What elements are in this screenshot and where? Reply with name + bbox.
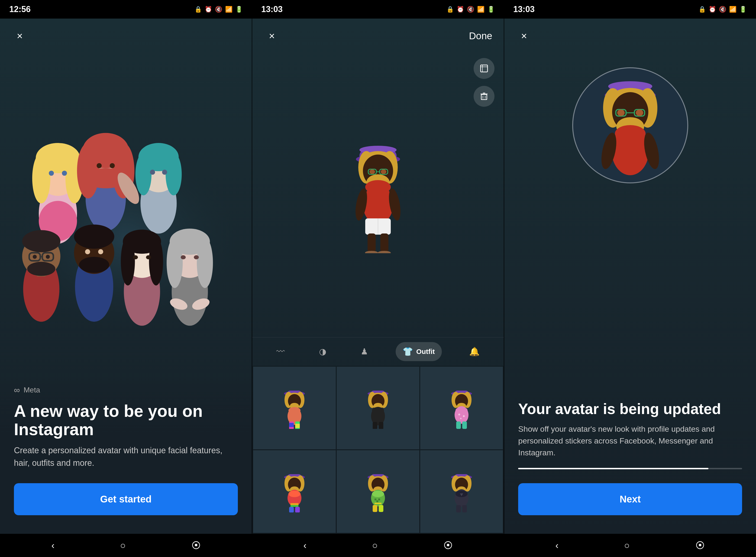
screen3-header: ×: [504, 19, 756, 53]
close-button-screen1[interactable]: ×: [11, 28, 28, 44]
svg-rect-155: [373, 505, 377, 512]
svg-point-41: [74, 225, 114, 249]
done-button[interactable]: Done: [469, 30, 492, 41]
svg-rect-116: [373, 422, 377, 429]
svg-point-7: [49, 171, 54, 176]
avatar-group-svg: [0, 53, 252, 374]
svg-rect-128: [462, 421, 467, 429]
svg-point-25: [166, 153, 182, 195]
screen-editor: × Done: [252, 19, 505, 534]
svg-point-74: [369, 169, 375, 174]
outfit-option-6[interactable]: [420, 450, 503, 533]
svg-point-60: [194, 255, 199, 259]
back-button-screen2[interactable]: ‹: [294, 536, 315, 555]
toolbar-tab-skin[interactable]: ◑: [312, 342, 333, 361]
screen-welcome: ×: [0, 19, 252, 534]
svg-rect-81: [380, 233, 388, 252]
close-button-screen2[interactable]: ×: [264, 28, 280, 44]
delete-icon-button[interactable]: [474, 86, 494, 107]
svg-point-5: [32, 153, 50, 203]
home-button-screen2[interactable]: ○: [363, 536, 387, 555]
svg-point-18: [110, 163, 115, 168]
screen1-bottom: ∞ Meta A new way to be you on Instagram …: [0, 374, 252, 534]
toolbar-tab-outfit[interactable]: 👕 Outfit: [396, 342, 442, 361]
recents-button-screen3[interactable]: ⦿: [686, 536, 714, 555]
alarm-icon2: ⏰: [457, 6, 464, 13]
svg-point-83: [378, 251, 391, 253]
back-button-screen1[interactable]: ‹: [42, 536, 64, 555]
toolbar-tab-face[interactable]: 〰: [269, 342, 292, 361]
svg-rect-143: [289, 507, 294, 512]
outfit-3-preview: [447, 387, 477, 429]
svg-point-17: [97, 163, 102, 168]
svg-rect-154: [374, 503, 382, 504]
outfit-option-4[interactable]: [253, 450, 336, 533]
svg-rect-106: [295, 424, 300, 428]
outfit-option-5[interactable]: [337, 450, 419, 533]
svg-point-52: [146, 255, 151, 259]
meta-label: Meta: [24, 386, 40, 394]
outfit-6-preview: [447, 471, 477, 512]
svg-point-26: [150, 170, 155, 175]
recents-button-screen2[interactable]: ⦿: [434, 536, 462, 555]
svg-point-37: [46, 255, 50, 259]
svg-rect-80: [368, 233, 376, 252]
svg-point-49: [121, 237, 135, 286]
home-button-screen3[interactable]: ○: [615, 536, 639, 555]
close-button-screen3[interactable]: ×: [516, 28, 532, 44]
svg-point-50: [149, 237, 163, 286]
time-screen3: 13:03: [513, 4, 535, 14]
svg-rect-159: [378, 499, 380, 500]
get-started-button[interactable]: Get started: [14, 483, 238, 515]
outfit-option-3[interactable]: [420, 367, 503, 449]
svg-point-51: [133, 255, 138, 259]
outfit-4-preview: [279, 471, 309, 512]
screen2-action-icons: [474, 58, 494, 107]
battery-icon2: 🔋: [487, 6, 495, 13]
back-button-screen3[interactable]: ‹: [546, 536, 568, 555]
lock-icon3: 🔒: [698, 6, 706, 13]
mute-icon3: 🔇: [719, 6, 726, 13]
svg-point-58: [197, 238, 213, 288]
meta-logo-icon: ∞: [14, 385, 20, 395]
svg-point-27: [162, 170, 167, 175]
bottom-nav-screen1: ‹ ○ ⦿: [0, 536, 252, 555]
preview-avatar-svg: [575, 69, 686, 181]
outfit-grid: [252, 366, 504, 534]
bottom-navigation: ‹ ○ ⦿ ‹ ○ ⦿ ‹ ○ ⦿: [0, 534, 756, 557]
screen2-header: × Done: [252, 19, 504, 53]
svg-rect-117: [379, 422, 383, 429]
toolbar-tab-accessories[interactable]: 🔔: [462, 342, 487, 361]
screen1-description: Create a personalized avatar with unique…: [14, 444, 238, 469]
skin-tab-icon: ◑: [319, 347, 326, 356]
status-bar-screen3: 13:03 🔒 ⏰ 🔇 📶 🔋: [504, 0, 756, 19]
outfit-tab-icon: 👕: [402, 347, 413, 356]
svg-point-131: [460, 418, 461, 419]
mute-icon2: 🔇: [467, 6, 474, 13]
time-screen2: 13:03: [261, 4, 283, 14]
recents-button-screen1[interactable]: ⦿: [182, 536, 210, 555]
svg-rect-170: [462, 505, 467, 512]
crop-icon-button[interactable]: [474, 58, 494, 79]
svg-point-186: [615, 125, 645, 142]
svg-point-59: [181, 255, 186, 259]
screen1-header: ×: [0, 19, 252, 53]
svg-point-8: [62, 171, 67, 176]
status-bar-screen1: 12:56 🔒 ⏰ 🔇 📶 🔋: [0, 0, 252, 19]
toolbar-tab-body[interactable]: ♟: [354, 342, 375, 361]
bottom-nav-screen2: ‹ ○ ⦿: [252, 536, 504, 555]
svg-point-36: [33, 255, 37, 259]
lock-icon2: 🔒: [447, 6, 454, 13]
svg-rect-158: [376, 500, 378, 502]
accessories-tab-icon: 🔔: [469, 347, 480, 356]
outfit-option-2[interactable]: [337, 367, 419, 449]
next-button[interactable]: Next: [518, 483, 742, 515]
svg-point-140: [289, 491, 301, 497]
avatar-group-area: [0, 53, 252, 374]
svg-point-130: [463, 415, 465, 417]
home-button-screen1[interactable]: ○: [111, 536, 135, 555]
screens-container: ×: [0, 19, 756, 534]
svg-point-102: [289, 407, 301, 414]
svg-point-43: [85, 249, 90, 254]
outfit-option-1[interactable]: [253, 367, 336, 449]
